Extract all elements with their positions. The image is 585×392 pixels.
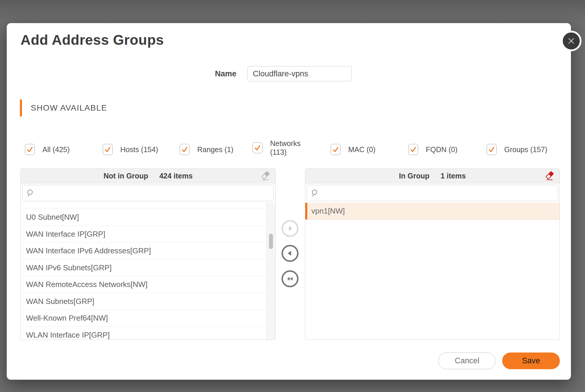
scrollbar-track[interactable]	[266, 203, 275, 340]
filter-label: Ranges (1)	[197, 145, 234, 154]
filter-groups[interactable]: Groups (157)	[487, 144, 547, 155]
filter-label: Networks (113)	[270, 139, 301, 157]
in-group-header: In Group 1 items	[305, 169, 560, 183]
in-group-list: vpn1[NW]	[305, 203, 560, 220]
not-in-group-panel: Not in Group 424 items	[20, 169, 276, 340]
name-input[interactable]	[247, 66, 352, 81]
not-in-group-search	[22, 185, 274, 201]
filter-all[interactable]: All (425)	[25, 144, 70, 155]
section-accent-bar	[20, 99, 22, 116]
move-left-button[interactable]	[282, 245, 298, 262]
checkbox-checked-icon[interactable]	[331, 144, 341, 155]
add-address-groups-dialog: Add Address Groups Name SHOW AVAILABLE A…	[7, 23, 571, 380]
panel-item-count: 424 items	[159, 172, 193, 180]
checkbox-checked-icon[interactable]	[25, 144, 35, 155]
move-all-left-button[interactable]	[282, 270, 298, 287]
arrow-right-icon	[286, 224, 294, 233]
scrollbar-thumb[interactable]	[269, 234, 273, 249]
checkbox-checked-icon[interactable]	[253, 142, 263, 153]
filter-ranges[interactable]: Ranges (1)	[180, 144, 234, 155]
close-icon	[567, 37, 576, 45]
in-group-search	[307, 185, 558, 201]
list-item[interactable]: WAN RemoteAccess Networks[NW]	[21, 276, 266, 293]
eraser-icon	[261, 171, 270, 181]
filter-label-line2: (113)	[270, 148, 287, 156]
panel-item-count: 1 items	[440, 172, 466, 180]
filter-label: Hosts (154)	[120, 145, 158, 154]
screen-backdrop: Add Address Groups Name SHOW AVAILABLE A…	[0, 0, 585, 392]
in-group-panel: In Group 1 items	[305, 169, 560, 340]
filter-label: FQDN (0)	[426, 145, 457, 154]
filter-label: Groups (157)	[504, 145, 547, 154]
move-right-button[interactable]	[282, 220, 298, 237]
list-item-label: vpn1[NW]	[311, 207, 345, 216]
list-item[interactable]: U0 Subnet[NW]	[21, 209, 266, 226]
show-available-heading: SHOW AVAILABLE	[31, 99, 107, 116]
search-input[interactable]	[307, 185, 558, 201]
checkbox-checked-icon[interactable]	[408, 144, 418, 155]
filter-networks[interactable]: Networks (113)	[253, 139, 301, 157]
search-input[interactable]	[22, 185, 274, 201]
filter-label-line1: Networks	[270, 139, 301, 147]
close-button[interactable]	[561, 31, 581, 51]
dialog-title: Add Address Groups	[20, 32, 164, 48]
list-item[interactable]: WAN Interface IPv6 Addresses[GRP]	[21, 243, 266, 259]
checkbox-checked-icon[interactable]	[180, 144, 190, 155]
list-item[interactable]: WAN Subnets[GRP]	[21, 293, 266, 310]
cancel-button[interactable]: Cancel	[438, 353, 496, 369]
eraser-icon	[545, 171, 554, 181]
list-item[interactable]: Well-Known Pref64[NW]	[21, 310, 266, 327]
filter-label: All (425)	[42, 145, 70, 154]
panel-title: Not in Group	[104, 172, 148, 180]
name-label: Name	[159, 66, 236, 81]
panel-title: In Group	[399, 172, 429, 180]
checkbox-checked-icon[interactable]	[103, 144, 113, 155]
list-item[interactable]: WAN IPv6 Subnets[GRP]	[21, 259, 266, 276]
filter-mac[interactable]: MAC (0)	[331, 144, 375, 155]
filter-label: MAC (0)	[348, 145, 375, 154]
list-item-partial	[21, 203, 266, 209]
arrow-left-icon	[286, 249, 294, 257]
double-arrow-left-icon	[286, 275, 294, 283]
filter-hosts[interactable]: Hosts (154)	[103, 144, 158, 155]
filter-fqdn[interactable]: FQDN (0)	[408, 144, 457, 155]
not-in-group-header: Not in Group 424 items	[21, 169, 275, 183]
selected-accent-bar	[305, 203, 307, 219]
list-item[interactable]: WAN Interface IP[GRP]	[21, 226, 266, 243]
save-button[interactable]: Save	[502, 353, 560, 369]
clear-all-button[interactable]	[544, 170, 555, 182]
checkbox-checked-icon[interactable]	[487, 144, 497, 155]
list-item-selected[interactable]: vpn1[NW]	[305, 203, 560, 220]
not-in-group-list: U0 Subnet[NW] WAN Interface IP[GRP] WAN …	[21, 203, 275, 340]
clear-all-button[interactable]	[260, 170, 271, 182]
list-item[interactable]: WLAN Interface IP[GRP]	[21, 327, 266, 340]
